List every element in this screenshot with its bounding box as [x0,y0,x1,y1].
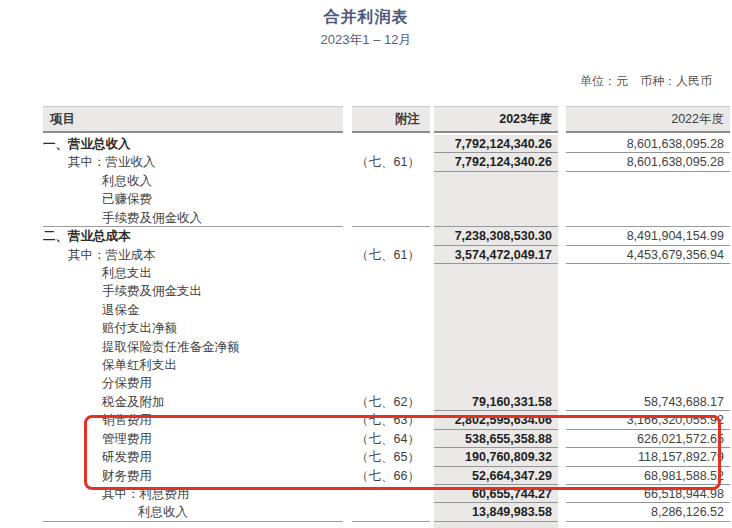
table-row: 其中：营业成本（七、61）3,574,472,049.174,453,679,3… [43,246,730,264]
table-row: 利息支出 [43,264,730,282]
row-value-2023 [434,264,558,282]
row-value-2023: 13,849,983.58 [434,503,558,521]
table-row: 税金及附加（七、62）79,160,331.5858,743,688.17 [43,393,730,411]
table-row: 一、营业总收入7,792,124,340.268,601,638,095.28 [43,135,730,153]
row-value-2023: 538,655,358.88 [434,430,558,448]
row-value-2023 [434,319,558,337]
row-value-2023 [434,374,558,392]
row-value-2022: 68,981,588.52 [566,467,730,485]
row-value-2023: 7,792,124,340.26 [434,135,558,153]
row-value-2022: 8,601,638,095.28 [566,153,730,171]
row-label: 退保金 [43,301,343,319]
row-value-2023 [434,172,558,190]
row-label: 一、营业总收入 [43,135,343,153]
table-header-row: 项目 附注 2023年度 2022年度 [43,106,730,133]
row-label: 销售费用 [43,411,343,429]
row-label: 保单红利支出 [43,356,343,374]
row-value-2022: 66,518,944.98 [566,485,730,503]
table-filler-row [43,522,730,528]
row-value-2023: 79,160,331.58 [434,393,558,411]
row-value-2022: 4,453,679,356.94 [566,246,730,264]
row-value-2023: 52,664,347.29 [434,467,558,485]
row-label: 二、营业总成本 [43,227,343,245]
table-row: 保单红利支出 [43,356,730,374]
row-value-2023: 7,238,308,530.30 [434,227,558,245]
row-value-2023: 60,655,744.27 [434,485,558,503]
row-value-2022 [566,209,730,227]
row-note: （七、61） [352,246,430,264]
row-label: 提取保险责任准备金净额 [43,338,343,356]
row-label: 其中：利息费用 [43,485,343,503]
row-value-2022: 8,491,904,154.99 [566,227,730,245]
row-note [352,356,430,374]
row-value-2023: 190,760,809.32 [434,448,558,466]
page-subtitle: 2023年1 – 12月 [0,31,732,49]
row-label: 已赚保费 [43,190,343,208]
row-value-2023 [434,356,558,374]
table-row: 二、营业总成本7,238,308,530.308,491,904,154.99 [43,227,730,245]
row-value-2023 [434,282,558,300]
row-note [352,338,430,356]
table-body: 一、营业总收入7,792,124,340.268,601,638,095.28其… [43,135,730,522]
row-value-2022: 626,021,572.65 [566,430,730,448]
income-statement-table: 项目 附注 2023年度 2022年度 一、营业总收入7,792,124,340… [43,106,730,528]
row-note: （七、61） [352,153,430,171]
table-row: 手续费及佣金支出 [43,282,730,300]
row-value-2023 [434,338,558,356]
row-value-2022 [566,338,730,356]
row-label: 利息收入 [43,503,343,521]
row-value-2022 [566,301,730,319]
row-value-2023 [434,301,558,319]
table-row: 分保费用 [43,374,730,392]
row-note [352,282,430,300]
column-header-item: 项目 [43,106,343,133]
row-note [352,485,430,503]
row-value-2023 [434,190,558,208]
row-value-2022: 58,743,688.17 [566,393,730,411]
row-value-2022: 118,157,892.79 [566,448,730,466]
row-note [352,503,430,521]
row-value-2022 [566,319,730,337]
row-label: 研发费用 [43,448,343,466]
row-value-2022 [566,282,730,300]
row-note [352,319,430,337]
income-statement-page: 合并利润表 2023年1 – 12月 单位：元 币种：人民币 项目 附注 202… [0,0,732,528]
row-label: 其中：营业成本 [43,246,343,264]
table-row: 利息收入 [43,172,730,190]
row-label: 税金及附加 [43,393,343,411]
row-value-2022: 8,601,638,095.28 [566,135,730,153]
table-row: 其中：营业收入（七、61）7,792,124,340.268,601,638,0… [43,153,730,171]
row-note [352,301,430,319]
row-label: 其中：营业收入 [43,153,343,171]
table-row: 已赚保费 [43,190,730,208]
row-label: 利息支出 [43,264,343,282]
row-label: 财务费用 [43,467,343,485]
row-value-2023: 3,574,472,049.17 [434,246,558,264]
row-note: （七、66） [352,467,430,485]
row-note [352,135,430,153]
row-note: （七、64） [352,430,430,448]
row-value-2022 [566,172,730,190]
page-title: 合并利润表 [0,7,732,28]
table-row: 财务费用（七、66）52,664,347.2968,981,588.52 [43,467,730,485]
row-value-2022: 3,166,320,055.92 [566,411,730,429]
row-note: （七、63） [352,411,430,429]
row-note: （七、65） [352,448,430,466]
column-header-2022: 2022年度 [566,106,730,133]
table-row: 销售费用（七、63）2,802,595,634.063,166,320,055.… [43,411,730,429]
table-row: 其中：利息费用60,655,744.2766,518,944.98 [43,485,730,503]
row-note [352,264,430,282]
table-row: 手续费及佣金收入 [43,209,730,227]
table-row: 提取保险责任准备金净额 [43,338,730,356]
row-label: 手续费及佣金支出 [43,282,343,300]
row-value-2023: 2,802,595,634.06 [434,411,558,429]
table-row: 管理费用（七、64）538,655,358.88626,021,572.65 [43,430,730,448]
row-note [352,374,430,392]
row-value-2022 [566,356,730,374]
row-label: 利息收入 [43,172,343,190]
row-note: （七、62） [352,393,430,411]
row-note [352,172,430,190]
row-value-2022 [566,190,730,208]
row-note [352,227,430,245]
row-label: 赔付支出净额 [43,319,343,337]
